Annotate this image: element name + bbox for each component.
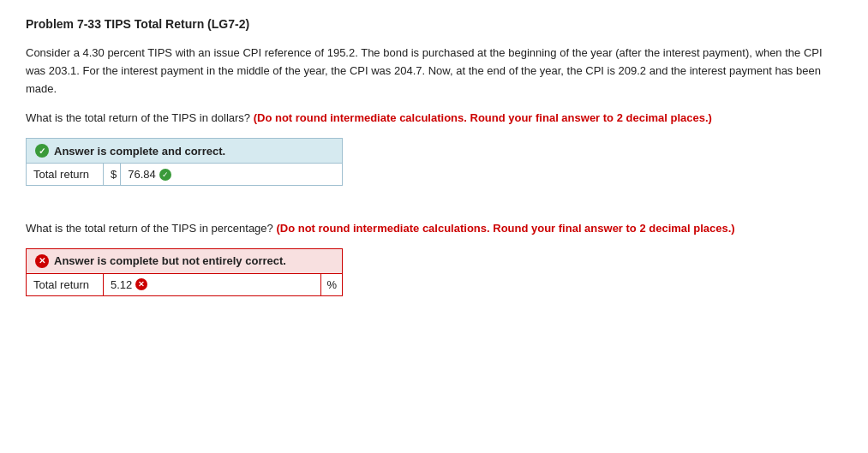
answer-value-1: 76.84 ✓ xyxy=(121,164,342,185)
answer-status-2: Answer is complete but not entirely corr… xyxy=(54,254,286,267)
question2-section: What is the total return of the TIPS in … xyxy=(26,220,842,305)
answer-box-1: ✓ Answer is complete and correct. Total … xyxy=(26,138,343,186)
question1-plain-text: What is the total return of the TIPS in … xyxy=(26,111,250,124)
small-x-icon-2: ✕ xyxy=(135,278,147,290)
question2-plain-text: What is the total return of the TIPS in … xyxy=(26,222,273,235)
x-icon-2: ✕ xyxy=(35,254,49,268)
answer-box-2: ✕ Answer is complete but not entirely co… xyxy=(26,248,343,296)
small-check-icon-1: ✓ xyxy=(159,169,171,181)
answer-value-2: 5.12 ✕ xyxy=(104,274,320,295)
answer-value-text-1: 76.84 xyxy=(128,168,156,181)
answer-label-1: Total return xyxy=(27,164,104,185)
answer-header-1: ✓ Answer is complete and correct. xyxy=(27,139,342,163)
answer-value-text-2: 5.12 xyxy=(111,278,132,291)
answer-label-2: Total return xyxy=(27,274,104,295)
percent-sign: % xyxy=(320,274,342,295)
answer-header-2: ✕ Answer is complete but not entirely co… xyxy=(27,249,342,273)
question1-instruction: (Do not round intermediate calculations.… xyxy=(254,111,712,124)
currency-symbol-1: $ xyxy=(104,164,121,185)
question2-instruction: (Do not round intermediate calculations.… xyxy=(276,222,734,235)
answer-row-2: Total return 5.12 ✕ % xyxy=(27,273,342,295)
problem-title: Problem 7-33 TIPS Total Return (LG7-2) xyxy=(26,17,842,31)
problem-description: Consider a 4.30 percent TIPS with an iss… xyxy=(26,45,842,98)
question2-text: What is the total return of the TIPS in … xyxy=(26,220,842,238)
answer-status-1: Answer is complete and correct. xyxy=(54,145,225,158)
question1-text: What is the total return of the TIPS in … xyxy=(26,110,842,128)
answer-row-1: Total return $ 76.84 ✓ xyxy=(27,163,342,185)
check-icon-1: ✓ xyxy=(35,144,49,158)
